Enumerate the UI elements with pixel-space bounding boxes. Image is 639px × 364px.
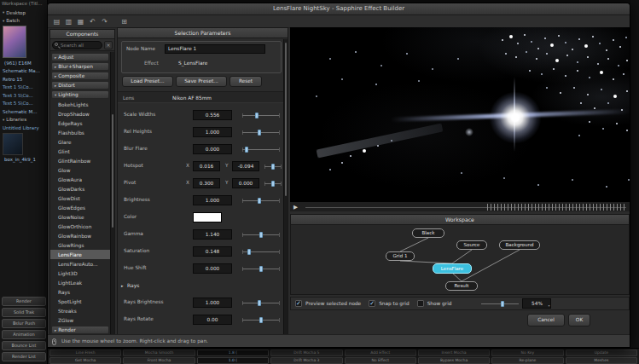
project-thumbnail[interactable] (3, 133, 23, 155)
parameter-slider[interactable] (242, 299, 280, 307)
parameter-slider[interactable] (242, 248, 280, 256)
parameters-scrollbar[interactable] (283, 39, 288, 335)
component-streaks[interactable]: Streaks (50, 306, 110, 315)
component-blur-sharpen[interactable]: ▸Blur+Sharpen (51, 62, 109, 71)
parameter-x-field[interactable]: 0.300 (193, 178, 220, 188)
parameter-value-field[interactable]: 1.000 (193, 298, 232, 308)
host-button-insert-mocha[interactable]: Insert Mocha (418, 350, 490, 356)
component-lightleak[interactable]: LightLeak (50, 278, 110, 287)
component-glow[interactable]: Glow (50, 165, 110, 175)
node-lensflare[interactable]: LensFlare (433, 263, 472, 274)
node-background[interactable]: Background (499, 240, 540, 250)
host-button-mocha-smooth[interactable]: Mocha Smooth (123, 350, 195, 356)
node-grid-1[interactable]: Grid 1 (386, 251, 415, 261)
workspace-graph[interactable]: BlackSourceBackgroundGrid 1LensFlareResu… (291, 225, 629, 294)
slider-handle[interactable] (501, 301, 504, 307)
host-button-front-mocha[interactable]: Front Mocha (123, 357, 195, 364)
parameter-x-field[interactable]: 0.016 (193, 161, 220, 171)
component-lensflareauto[interactable]: LensFlareAuto... (50, 259, 110, 269)
host-button-1-8[interactable]: 1.8 ( (197, 350, 269, 356)
parameter-value-field[interactable]: 0.556 (193, 110, 232, 120)
host-button-add-effect[interactable]: Add Effect (345, 350, 416, 356)
parameter-slider[interactable] (242, 112, 280, 119)
play-button[interactable]: ▶ (293, 204, 298, 211)
host-button-meshes[interactable]: Meshes (566, 357, 637, 364)
component-light3d[interactable]: Light3D (50, 269, 110, 278)
component-rays[interactable]: Rays (50, 287, 110, 297)
slider-handle[interactable] (258, 300, 261, 306)
save-icon[interactable]: ▦ (76, 17, 85, 26)
components-search-input[interactable] (61, 42, 101, 49)
reset-button[interactable]: Reset (229, 76, 262, 87)
window-title-bar[interactable]: LensFlare NightSky - Sapphire Effect Bui… (48, 3, 630, 15)
ok-button[interactable]: OK (568, 314, 590, 326)
host-button-re-plane[interactable]: Re-plane (491, 357, 563, 364)
project-item-schematic-m[interactable]: Schematic M... (0, 107, 48, 116)
project-thumbnail[interactable] (3, 26, 26, 58)
component-glowdarks[interactable]: GlowDarks (50, 184, 110, 194)
component-adjust[interactable]: ▸Adjust (51, 53, 109, 61)
redo-icon[interactable]: ↷ (100, 17, 109, 26)
zoom-level-select[interactable]: 54% ▾ (522, 298, 551, 309)
grid-view-icon[interactable]: ⊞ (119, 17, 129, 26)
component-glowdist[interactable]: GlowDist (50, 194, 110, 203)
component-glownoise[interactable]: GlowNoise (50, 212, 110, 222)
checkbox-preview-selected-node[interactable]: ✓ (295, 300, 302, 307)
project-item-retro-15[interactable]: Retro 15 (0, 75, 48, 84)
node-source[interactable]: Source (456, 240, 487, 250)
slider-handle[interactable] (259, 232, 263, 238)
parameter-slider[interactable] (242, 146, 280, 153)
parameter-value-field[interactable]: 0.000 (193, 144, 232, 154)
slider-handle[interactable] (258, 198, 261, 204)
host-button-bslur-push[interactable]: Bslur Push (2, 319, 46, 328)
color-swatch[interactable] (193, 212, 222, 222)
project-item-desktop[interactable]: ▾Desktop (0, 9, 48, 17)
host-button-bounce-list[interactable]: Bounce List (2, 341, 46, 350)
component-composite[interactable]: ▸Composite (51, 72, 109, 80)
parameter-y-field[interactable]: 0.000 (232, 178, 259, 188)
host-button-drift-mocha-3[interactable]: Drift Mocha 3 (270, 357, 342, 364)
undo-icon[interactable]: ↶ (88, 17, 97, 26)
clear-search-button[interactable]: × (104, 41, 113, 49)
component-lensflare[interactable]: LensFlare (50, 250, 110, 259)
parameter-value-field[interactable]: 0.148 (193, 246, 232, 257)
checkbox-snap-to-grid[interactable]: ✓ (369, 300, 375, 307)
parameter-slider[interactable] (242, 129, 280, 136)
parameter-y-field[interactable]: -0.094 (232, 161, 259, 171)
component-flashbulbs[interactable]: Flashbulbs (50, 128, 110, 137)
scrollbar-thumb[interactable] (285, 43, 287, 196)
parameter-value-field[interactable]: 1.000 (193, 195, 232, 205)
component-bokehlights[interactable]: BokehLights (50, 100, 110, 109)
component-render[interactable]: ▸Render (51, 326, 109, 334)
host-button-get-mocha[interactable]: Get Mocha (49, 357, 121, 364)
slider-handle[interactable] (247, 249, 251, 255)
node-black[interactable]: Black (412, 228, 444, 238)
project-item-box-in-4k9-1[interactable]: box_in_4k9_1 (0, 156, 48, 165)
new-icon[interactable]: ▤ (52, 17, 61, 26)
host-button-bypass-mocha[interactable]: Bypass Mocha (418, 357, 490, 364)
component-edgerays[interactable]: EdgeRays (50, 118, 110, 128)
component-glowrings[interactable]: GlowRings (50, 240, 110, 250)
component-distort[interactable]: ▸Distort (51, 81, 109, 90)
component-gloworthicon[interactable]: GlowOrthicon (50, 222, 110, 231)
components-scrollbar[interactable] (110, 52, 114, 335)
component-glowaura[interactable]: GlowAura (50, 175, 110, 184)
project-item-961-e16m[interactable]: (961) E16M (0, 59, 48, 67)
component-glintrainbow[interactable]: GlintRainbow (50, 156, 110, 165)
host-button-update[interactable]: Update (566, 350, 637, 356)
checkbox-show-grid[interactable] (417, 300, 424, 307)
parameter-slider[interactable] (242, 265, 280, 273)
host-button-drift-mocha-5[interactable]: Drift Mocha 5 (270, 350, 342, 356)
component-dropshadow[interactable]: DropShadow (50, 109, 110, 118)
component-lighting[interactable]: ▾Lighting (51, 90, 109, 99)
project-item-text-3-s-co[interactable]: Text 3 S\Co... (0, 91, 48, 100)
parameter-slider[interactable] (264, 163, 282, 170)
host-button-1-0[interactable]: 1.0 ( (197, 357, 269, 364)
component-spotlight[interactable]: SpotLight (50, 297, 110, 306)
parameter-slider[interactable] (242, 197, 280, 205)
parameter-value-field[interactable]: 1.000 (193, 127, 232, 137)
slider-handle[interactable] (259, 266, 263, 272)
host-button-animation[interactable]: Animation (2, 330, 46, 339)
parameter-value-field[interactable]: 0.00 (193, 315, 232, 325)
host-button-line-fresh[interactable]: Line Fresh (49, 350, 121, 356)
